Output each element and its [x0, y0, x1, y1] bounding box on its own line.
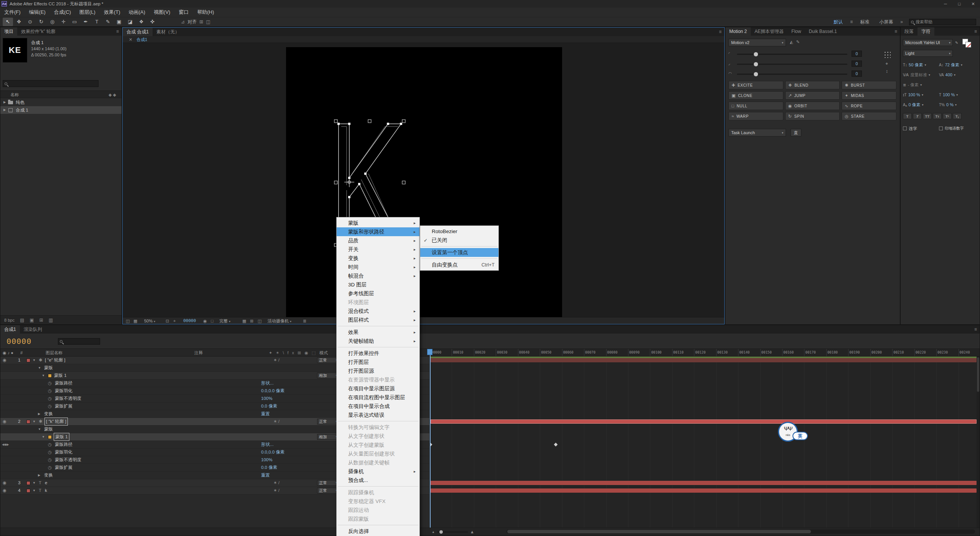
stopwatch-icon[interactable]: ◷ — [48, 380, 52, 387]
workspace-默认[interactable]: 默认 — [829, 17, 848, 26]
expand-arrow-icon[interactable]: ▶ — [3, 99, 6, 106]
stopwatch-icon[interactable]: ◷ — [48, 441, 52, 448]
composition-canvas[interactable] — [286, 47, 562, 318]
expand-arrow-icon[interactable]: ▼ — [33, 479, 36, 487]
property-value[interactable]: 0.0,0.0 像素 — [261, 449, 284, 456]
hand-tool[interactable]: ✥ — [14, 18, 24, 26]
context-menu-item-设置第一个顶点[interactable]: 设置第一个顶点 — [420, 248, 498, 257]
motion-button-orbit[interactable]: ◉ORBIT — [785, 102, 840, 110]
tab-AE脚本管理器[interactable]: AE脚本管理器 — [751, 27, 788, 36]
project-footer-icon-1[interactable]: ▣ — [30, 317, 34, 323]
layer-name[interactable]: e — [45, 479, 47, 487]
stopwatch-icon[interactable]: ◷ — [48, 456, 52, 464]
tab-段落[interactable]: 段落 — [901, 27, 918, 36]
property-group-label[interactable]: 变换 — [44, 410, 53, 418]
expand-arrow-icon[interactable]: ▼ — [42, 433, 45, 441]
mask-name[interactable]: 蒙版 1 — [54, 433, 69, 441]
panel-menu-icon[interactable]: ≡ — [892, 27, 900, 36]
layer-duration-bar[interactable] — [431, 488, 977, 493]
timeline-track-row[interactable] — [430, 380, 977, 387]
timeline-track-row[interactable] — [430, 357, 977, 364]
magnification-icon[interactable]: ▦ — [133, 317, 137, 324]
property-label[interactable]: 蒙版羽化 — [55, 449, 72, 456]
motion-button-warp[interactable]: ≈WARP — [728, 112, 783, 120]
motion-button-midas[interactable]: ✦MIDAS — [842, 91, 896, 100]
layer-name[interactable]: [ "k" 轮廓 ] — [45, 418, 67, 425]
property-label[interactable]: 蒙版羽化 — [55, 387, 72, 395]
property-label[interactable]: 蒙版不透明度 — [55, 456, 81, 464]
property-value[interactable]: 重置 — [261, 472, 270, 479]
anchor-grid-icon[interactable] — [883, 50, 891, 58]
stopwatch-icon[interactable]: ◷ — [48, 403, 52, 410]
context-menu-item-从数据创建关键帧[interactable]: 从数据创建关键帧 — [337, 458, 419, 467]
layer-name-column-header[interactable]: 图层名称 — [46, 349, 62, 357]
timeline-track-row[interactable] — [430, 456, 977, 464]
stopwatch-icon[interactable]: ◷ — [48, 387, 52, 395]
context-menu-item-变换[interactable]: 变换▸ — [337, 254, 419, 263]
project-item-合成 1[interactable]: ▶合成 1 — [0, 106, 122, 114]
layer-switches[interactable]: ✶ / — [273, 487, 280, 494]
close-button[interactable]: ✕ — [966, 0, 980, 8]
expand-arrow-icon[interactable]: ▼ — [33, 487, 36, 494]
timeline-track-row[interactable] — [430, 395, 977, 403]
context-menu-item-RotoBezier[interactable]: RotoBezier — [420, 227, 498, 236]
panel-menu-icon[interactable]: ≡ — [716, 28, 724, 36]
menu-item-合成(C)[interactable]: 合成(C) — [50, 8, 75, 17]
show-snapshot-icon[interactable]: □ — [211, 317, 214, 324]
layer-switches[interactable]: ✶ / — [273, 479, 280, 487]
tab-渲染队列[interactable]: 渲染队列 — [20, 325, 46, 334]
timeline-track-row[interactable] — [430, 441, 977, 449]
comment-column-header[interactable]: 注释 — [194, 349, 203, 357]
context-menu-item-在资源管理器中显示[interactable]: 在资源管理器中显示 — [337, 375, 419, 384]
minimize-button[interactable]: ─ — [939, 0, 952, 8]
slider-knob[interactable] — [754, 72, 758, 76]
project-footer-icon-0[interactable]: ▤ — [20, 317, 24, 323]
puppet-pin-tool[interactable]: ✜ — [147, 18, 158, 26]
camera-wireframe-icon[interactable]: ◫ — [258, 317, 261, 324]
stroke-none-swatch[interactable] — [965, 42, 971, 48]
menu-item-图层(L)[interactable]: 图层(L) — [75, 8, 100, 17]
timeline-zoom-slider[interactable]: ▲ ▲ — [432, 529, 474, 534]
context-menu-item-蒙版[interactable]: 蒙版▸ — [337, 219, 419, 227]
property-group-label[interactable]: 蒙版 — [44, 426, 53, 433]
property-value[interactable]: 形状... — [261, 441, 274, 448]
tab-Flow[interactable]: Flow — [788, 27, 805, 36]
context-menu-item-在项目中显示合成[interactable]: 在项目中显示合成 — [337, 402, 419, 411]
transparency-grid-icon[interactable]: ⊞ — [250, 317, 253, 324]
menu-item-效果(T)[interactable]: 效果(T) — [100, 8, 125, 17]
context-menu-item-打开效果控件[interactable]: 打开效果控件 — [337, 349, 419, 358]
expand-arrow-icon[interactable]: ▼ — [33, 418, 36, 425]
context-menu-item-帧混合[interactable]: 帧混合▸ — [337, 271, 419, 280]
zoom-level-dropdown[interactable]: 50%▾ — [144, 317, 155, 325]
layer-duration-bar[interactable] — [431, 481, 977, 485]
context-menu-item-跟踪摄像机[interactable]: 跟踪摄像机 — [337, 488, 419, 497]
property-group-label[interactable]: 蒙版 — [44, 364, 53, 372]
zoom-tool[interactable]: ⊙ — [25, 18, 35, 26]
property-label[interactable]: 蒙版扩展 — [55, 464, 72, 471]
selection-tool[interactable]: ↖ — [3, 18, 13, 26]
maximize-button[interactable]: □ — [952, 0, 966, 8]
video-visibility-icon[interactable]: ◉ — [3, 487, 7, 494]
layer-switches[interactable]: ✶ / — [273, 418, 280, 425]
context-menu-item-摄像机[interactable]: 摄像机▸ — [337, 467, 419, 476]
zoom-out-mountain-icon[interactable]: ▲ — [432, 530, 435, 534]
motion-button-stare[interactable]: ◎STARE — [842, 112, 896, 120]
font-size-field[interactable]: T↕50 像素▾ — [903, 62, 939, 68]
baseline-shift-field[interactable]: Aₐ0 像素▾ — [903, 102, 939, 108]
safe-margins-icon[interactable]: ⊡ — [166, 317, 169, 324]
motion-slider-0[interactable]: ◜0 — [728, 50, 870, 58]
slider-value[interactable]: 0 — [852, 71, 862, 77]
menu-item-帮助(H)[interactable]: 帮助(H) — [193, 8, 218, 17]
faux-style-toggle-3[interactable]: Tᴛ — [933, 113, 942, 119]
context-menu-item-在项目中显示图层源[interactable]: 在项目中显示图层源 — [337, 384, 419, 393]
video-visibility-icon[interactable]: ◉ — [3, 418, 7, 425]
panel-menu-icon[interactable]: ≡ — [113, 27, 122, 36]
stopwatch-icon[interactable]: ◷ — [48, 449, 52, 456]
always-preview-icon[interactable]: ◫ — [126, 317, 130, 324]
leading-field[interactable]: A↕72 像素▾ — [939, 62, 975, 68]
brush-tool[interactable]: ✎ — [103, 18, 113, 26]
timeline-track-row[interactable] — [430, 410, 977, 418]
camera-tool[interactable]: ◎ — [47, 18, 58, 26]
roi-icon[interactable]: ▦ — [242, 317, 246, 324]
workspace-标准[interactable]: 标准 — [855, 17, 874, 26]
